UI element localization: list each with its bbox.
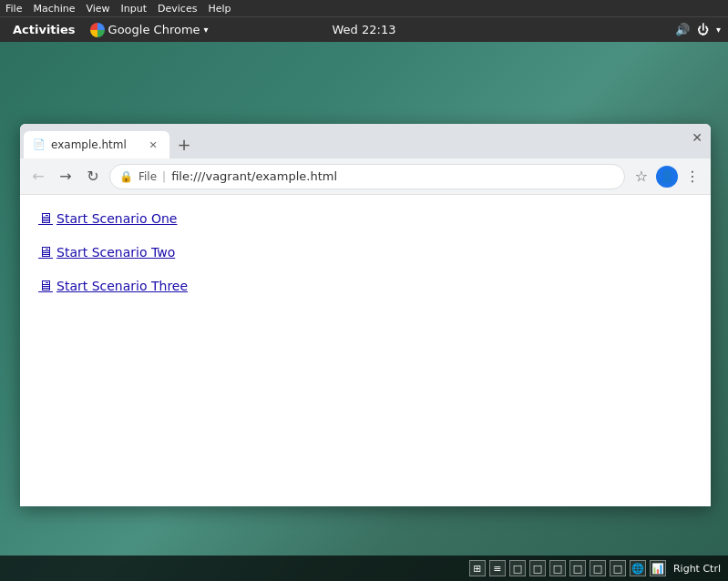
reload-button[interactable]: ↻: [82, 166, 104, 188]
tray-icon-3[interactable]: □: [509, 560, 526, 576]
power-arrow-icon[interactable]: ▾: [716, 25, 721, 35]
power-icon[interactable]: ⏻: [697, 23, 709, 36]
menu-file[interactable]: File: [5, 3, 22, 15]
tray-icon-4[interactable]: □: [529, 560, 546, 576]
scenario-one-link[interactable]: 🖥 Start Scenario One: [38, 209, 692, 227]
tab-title: example.html: [51, 138, 140, 151]
app-switcher[interactable]: Google Chrome ▾: [90, 23, 209, 37]
address-separator: |: [162, 170, 166, 183]
bookmark-button[interactable]: ☆: [631, 166, 652, 188]
chrome-content: 🖥 Start Scenario One 🖥 Start Scenario Tw…: [20, 195, 711, 506]
scenario-two-icon: 🖥: [38, 243, 53, 260]
tray-icon-1[interactable]: ⊞: [469, 560, 486, 576]
chrome-addressbar: ← → ↻ 🔒 File | file:///vagrant/example.h…: [20, 158, 711, 195]
dropdown-arrow-icon: ▾: [204, 25, 209, 35]
chrome-menu-button[interactable]: ⋮: [682, 166, 703, 188]
scenario-one-icon: 🖥: [38, 209, 53, 227]
file-label: File: [138, 170, 157, 183]
address-right-controls: ☆ 👤 ⋮: [631, 166, 703, 188]
tray-icon-5[interactable]: □: [549, 560, 566, 576]
activities-button[interactable]: Activities: [7, 23, 81, 36]
taskbar: ⊞ ≡ □ □ □ □ □ □ 🌐 📊 Right Ctrl: [0, 556, 728, 581]
chrome-tab[interactable]: 📄 example.html ✕: [24, 131, 169, 158]
chrome-window: 📄 example.html ✕ + ✕ ← → ↻ 🔒 File | file…: [20, 124, 711, 506]
forward-button[interactable]: →: [55, 166, 77, 188]
tab-close-button[interactable]: ✕: [146, 138, 160, 152]
window-close-button[interactable]: ✕: [689, 129, 705, 146]
scenario-three-link[interactable]: 🖥 Start Scenario Three: [38, 277, 692, 294]
menu-machine[interactable]: Machine: [33, 3, 75, 15]
volume-icon[interactable]: 🔊: [675, 23, 690, 36]
tray-icon-network[interactable]: 🌐: [630, 560, 646, 576]
new-tab-button[interactable]: +: [171, 131, 197, 157]
scenario-one-label: Start Scenario One: [56, 211, 177, 226]
menu-input[interactable]: Input: [121, 3, 147, 15]
menu-view[interactable]: View: [86, 3, 109, 15]
right-ctrl-label: Right Ctrl: [673, 563, 721, 575]
back-button[interactable]: ←: [27, 166, 49, 188]
address-url: file:///vagrant/example.html: [171, 169, 337, 183]
tray-icon-7[interactable]: □: [590, 560, 606, 576]
tray-icon-monitor[interactable]: 📊: [650, 560, 666, 576]
scenario-three-icon: 🖥: [38, 277, 53, 294]
chrome-logo-icon: [90, 23, 105, 37]
scenario-two-link[interactable]: 🖥 Start Scenario Two: [38, 243, 692, 260]
system-menubar: File Machine View Input Devices Help: [0, 0, 728, 16]
app-label: Google Chrome: [108, 23, 200, 36]
scenario-two-label: Start Scenario Two: [56, 245, 175, 260]
tray-icon-6[interactable]: □: [569, 560, 586, 576]
address-lock-icon: 🔒: [119, 170, 133, 183]
menu-help[interactable]: Help: [208, 3, 231, 15]
tab-favicon-icon: 📄: [33, 138, 46, 151]
clock: Wed 22:13: [333, 23, 396, 36]
scenario-three-label: Start Scenario Three: [56, 279, 188, 293]
system-tray: 🔊 ⏻ ▾: [675, 23, 721, 36]
tray-icon-8[interactable]: □: [610, 560, 626, 576]
desktop: 📄 example.html ✕ + ✕ ← → ↻ 🔒 File | file…: [0, 42, 728, 581]
gnome-topbar: Activities Google Chrome ▾ Wed 22:13 🔊 ⏻…: [0, 16, 728, 42]
chrome-titlebar: 📄 example.html ✕ + ✕: [20, 124, 711, 158]
profile-button[interactable]: 👤: [656, 166, 678, 188]
address-bar[interactable]: 🔒 File | file:///vagrant/example.html: [109, 164, 625, 189]
menu-devices[interactable]: Devices: [158, 3, 197, 15]
tray-icon-2[interactable]: ≡: [489, 560, 506, 576]
